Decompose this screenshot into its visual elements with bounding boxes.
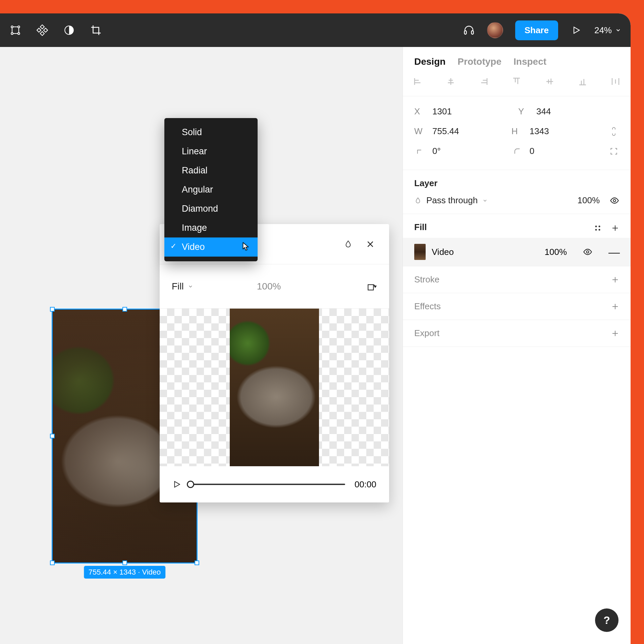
dropdown-item-radial[interactable]: Radial — [164, 161, 258, 180]
fill-mode-select[interactable]: Fill — [172, 281, 193, 292]
svg-point-14 — [595, 225, 597, 227]
resize-handle[interactable] — [50, 560, 55, 565]
svg-rect-5 — [40, 25, 44, 29]
svg-point-1 — [11, 26, 13, 28]
video-preview — [230, 309, 319, 466]
dropdown-item-linear[interactable]: Linear — [164, 142, 258, 161]
rotate-icon[interactable] — [366, 281, 377, 292]
independent-corners-icon[interactable] — [609, 147, 619, 156]
resize-handle[interactable] — [50, 307, 55, 312]
svg-point-3 — [11, 33, 13, 35]
fill-styles-icon[interactable] — [594, 224, 602, 232]
align-bottom-icon[interactable] — [578, 76, 588, 87]
avatar[interactable] — [487, 22, 503, 38]
cursor-icon — [241, 241, 251, 251]
align-top-icon[interactable] — [512, 76, 522, 87]
svg-point-2 — [18, 26, 20, 28]
distribute-icon[interactable] — [610, 76, 621, 87]
blend-icon[interactable] — [341, 240, 355, 249]
help-button[interactable]: ? — [595, 608, 619, 632]
tab-design[interactable]: Design — [414, 56, 445, 67]
resize-handle[interactable] — [122, 307, 127, 312]
svg-rect-12 — [368, 284, 373, 290]
layer-opacity-input[interactable]: 100% — [578, 195, 600, 206]
resize-handle[interactable] — [195, 560, 199, 565]
fill-opacity-input[interactable]: 100% — [545, 247, 567, 257]
svg-rect-6 — [37, 28, 41, 32]
fill-thumbnail[interactable] — [414, 244, 426, 260]
dropdown-item-image[interactable]: Image — [164, 218, 258, 237]
constrain-proportions-icon[interactable] — [609, 127, 619, 136]
svg-point-16 — [595, 229, 597, 230]
selection-size-tag: 755.44 × 1343 · Video — [84, 566, 166, 579]
audio-icon[interactable] — [463, 24, 475, 36]
frame-tool-icon[interactable] — [9, 24, 21, 36]
video-time: 00:00 — [355, 479, 376, 490]
resize-handle[interactable] — [50, 434, 55, 438]
close-icon[interactable] — [364, 240, 377, 249]
effects-section-title: Effects — [414, 301, 441, 312]
svg-point-13 — [613, 199, 616, 202]
video-scrubber[interactable] — [191, 484, 345, 485]
svg-point-18 — [587, 251, 589, 253]
tab-inspect[interactable]: Inspect — [514, 56, 546, 67]
droplet-icon — [414, 197, 422, 204]
chevron-down-icon — [188, 284, 193, 289]
svg-point-17 — [599, 229, 600, 230]
blend-mode-select[interactable]: Pass through — [414, 195, 568, 206]
fill-opacity-value[interactable]: 100% — [257, 281, 281, 292]
present-icon[interactable] — [570, 24, 582, 36]
svg-rect-8 — [40, 32, 44, 36]
fill-section-title: Fill — [414, 222, 427, 232]
add-fill-icon[interactable] — [611, 224, 619, 232]
chevron-down-icon — [482, 198, 488, 203]
dropdown-item-angular[interactable]: Angular — [164, 180, 258, 199]
w-input[interactable]: 755.44 — [432, 126, 459, 137]
scrubber-knob[interactable] — [187, 481, 194, 488]
corner-input[interactable]: 0 — [530, 146, 534, 156]
dropdown-item-solid[interactable]: Solid — [164, 123, 258, 142]
align-left-icon[interactable] — [413, 76, 423, 87]
dropdown-item-diamond[interactable]: Diamond — [164, 199, 258, 218]
stroke-section-title: Stroke — [414, 274, 439, 285]
corner-radius-icon — [512, 148, 523, 155]
zoom-control[interactable]: 24% — [594, 25, 621, 36]
components-tool-icon[interactable] — [36, 24, 48, 36]
chevron-down-icon — [615, 27, 621, 33]
add-export-icon[interactable] — [611, 329, 619, 337]
svg-point-4 — [18, 33, 20, 35]
svg-rect-11 — [471, 31, 473, 35]
zoom-value: 24% — [594, 25, 612, 36]
align-right-icon[interactable] — [479, 76, 489, 87]
rotation-input[interactable]: 0° — [432, 146, 441, 156]
h-input[interactable]: 1343 — [530, 126, 549, 137]
svg-rect-0 — [12, 27, 19, 34]
x-input[interactable]: 1301 — [432, 106, 452, 117]
rotation-icon — [414, 148, 426, 155]
play-icon[interactable] — [172, 480, 181, 489]
y-input[interactable]: 344 — [536, 106, 551, 117]
align-hcenter-icon[interactable] — [446, 76, 456, 87]
share-button[interactable]: Share — [515, 20, 558, 40]
add-stroke-icon[interactable] — [611, 276, 619, 284]
add-effect-icon[interactable] — [611, 303, 619, 311]
resize-handle[interactable] — [122, 560, 127, 565]
svg-point-15 — [599, 225, 600, 227]
video-preview-area[interactable] — [160, 309, 389, 466]
remove-fill-icon[interactable]: — — [608, 246, 619, 259]
svg-rect-10 — [464, 31, 466, 35]
visibility-icon[interactable] — [610, 196, 619, 205]
fill-visibility-icon[interactable] — [583, 247, 592, 257]
mask-tool-icon[interactable] — [63, 24, 75, 36]
fill-type-label: Video — [432, 247, 539, 257]
inspector-panel: Design Prototype Inspect X1301 Y344 W755… — [402, 47, 631, 644]
tab-prototype[interactable]: Prototype — [458, 56, 501, 67]
fill-type-dropdown: Solid Linear Radial Angular Diamond Imag… — [164, 118, 258, 261]
layer-section-title: Layer — [414, 178, 619, 189]
svg-rect-7 — [44, 28, 48, 32]
fill-popover: Fill 100% 00:00 — [160, 224, 389, 502]
align-vcenter-icon[interactable] — [545, 76, 555, 87]
toolbar: Share 24% — [0, 13, 631, 47]
crop-tool-icon[interactable] — [90, 24, 102, 36]
export-section-title: Export — [414, 328, 439, 338]
